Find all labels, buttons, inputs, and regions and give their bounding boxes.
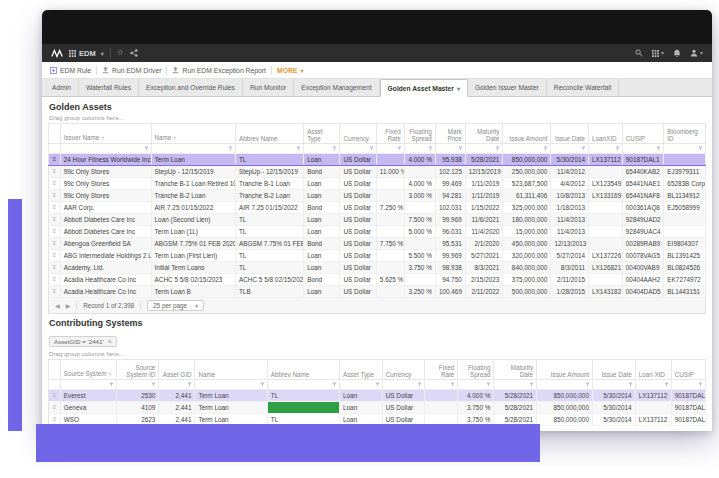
search-icon[interactable]: [635, 49, 643, 57]
column-header-bloomberg-id[interactable]: Bloomberg ID: [664, 124, 706, 144]
prev-page-button[interactable]: ◀: [55, 302, 60, 309]
column-header-loanxid[interactable]: LoanXID: [589, 124, 623, 144]
row-handle-icon[interactable]: ≡: [49, 402, 61, 414]
row-handle-icon[interactable]: ≡: [49, 238, 61, 250]
edm-rule-button[interactable]: EDM Rule: [50, 67, 91, 74]
star-icon[interactable]: ☆: [117, 49, 124, 57]
run-edm-driver-button[interactable]: Run EDM Driver: [102, 66, 161, 74]
row-handle-icon[interactable]: ≡: [49, 190, 61, 202]
tab-reconcile-waterfall[interactable]: Reconcile Waterfall: [547, 79, 619, 96]
column-header-issuer-name[interactable]: Issuer Name↑: [60, 124, 151, 144]
table-row[interactable]: ≡Everest25302,441Term LoanTLLoanUS Dolla…: [49, 390, 706, 402]
table-row[interactable]: ≡ABG Intermediate Holdings 2 LLCTerm Loa…: [49, 250, 706, 262]
row-handle-icon[interactable]: ≡: [49, 250, 61, 262]
table-row[interactable]: ≡Abbott Diabetes Care IncLoan (Second Li…: [49, 214, 706, 226]
column-header-currency[interactable]: Currency: [382, 360, 425, 380]
column-header-fixed-rate[interactable]: Fixed Rate: [376, 124, 404, 144]
table-row[interactable]: ≡Acadia Healthcare Co IncACHC 5 5/8 02/1…: [49, 274, 706, 286]
column-header-source-system-id[interactable]: Source System ID: [116, 360, 159, 380]
filter-icon[interactable]: [296, 146, 301, 151]
row-handle-icon[interactable]: ≡: [49, 262, 61, 274]
column-header-cusip[interactable]: CUSIP: [622, 124, 664, 144]
row-handle-icon[interactable]: ≡: [49, 274, 61, 286]
column-header-maturity-date[interactable]: Maturity Date: [494, 360, 537, 380]
filter-icon[interactable]: [187, 382, 192, 387]
row-handle-icon[interactable]: ≡: [49, 178, 61, 190]
column-header-issue-date[interactable]: Issue Date: [592, 360, 635, 380]
column-header-fixed-rate[interactable]: Fixed Rate: [425, 360, 458, 380]
table-row[interactable]: ≡24 Hour Fitness Worldwide IncTerm LoanT…: [49, 154, 706, 166]
filter-icon[interactable]: [543, 146, 548, 151]
share-icon[interactable]: [130, 49, 138, 57]
bell-icon[interactable]: [673, 49, 681, 57]
column-header-issue-amount[interactable]: Issue Amount: [503, 124, 551, 144]
column-header-asset-type[interactable]: Asset Type: [304, 124, 340, 144]
chip-close-icon[interactable]: ×: [108, 338, 112, 345]
filter-icon[interactable]: [664, 382, 669, 387]
next-page-button[interactable]: ▶: [66, 302, 71, 309]
row-handle-icon[interactable]: ≡: [49, 154, 61, 166]
filter-icon[interactable]: [144, 146, 149, 151]
filter-icon[interactable]: [332, 146, 337, 151]
table-row[interactable]: ≡99c Only StoresTranche B-2 LoanTranche …: [49, 190, 706, 202]
page-size-select[interactable]: 25 per page ▾: [147, 300, 204, 311]
table-row[interactable]: ≡Academy, Ltd.Initial Term LoansTLLoanUS…: [49, 262, 706, 274]
more-menu-button[interactable]: MORE ▾: [277, 67, 303, 74]
filter-icon[interactable]: [628, 382, 633, 387]
filter-icon[interactable]: [450, 382, 455, 387]
column-header-col[interactable]: [49, 360, 61, 380]
tab-exception-management[interactable]: Exception Management: [294, 79, 379, 96]
column-header-name[interactable]: Name: [195, 360, 267, 380]
row-handle-icon[interactable]: ≡: [49, 286, 61, 298]
row-handle-icon[interactable]: ≡: [49, 226, 61, 238]
filter-icon[interactable]: [397, 146, 402, 151]
column-header-maturity-date[interactable]: Maturity Date: [465, 124, 503, 144]
edm-app-menu[interactable]: EDM ▾: [69, 49, 104, 58]
table-row[interactable]: ≡Geneva41092,441Term LoanLoanUS Dollar3.…: [49, 402, 706, 414]
filter-icon[interactable]: [369, 146, 374, 151]
filter-icon[interactable]: [151, 382, 156, 387]
table-row[interactable]: ≡Abbott Diabetes Care IncTerm Loan (1L)T…: [49, 226, 706, 238]
app-launcher-icon[interactable]: ▾: [652, 50, 664, 57]
filter-icon[interactable]: [458, 146, 463, 151]
tab-waterfall-rules[interactable]: Waterfall Rules: [79, 79, 139, 96]
column-header-floating-spread[interactable]: Floating Spread: [404, 124, 435, 144]
filter-icon[interactable]: [615, 146, 620, 151]
column-header-loan-xid[interactable]: Loan XID: [635, 360, 671, 380]
column-header-col[interactable]: [49, 124, 61, 144]
filter-icon[interactable]: [698, 146, 703, 151]
column-header-issue-date[interactable]: Issue Date: [551, 124, 589, 144]
column-header-cusip[interactable]: CUSIP: [671, 360, 705, 380]
column-header-issue-amount[interactable]: Issue Amount: [537, 360, 593, 380]
table-row[interactable]: ≡Acadia Healthcare Co IncTerm Loan BTLBL…: [49, 286, 706, 298]
column-header-name[interactable]: Name↑: [151, 124, 235, 144]
table-row[interactable]: ≡99c Only StoresStepUp - 12/15/2019StepU…: [49, 166, 706, 178]
filter-chip[interactable]: AssetGID = '2441' ×: [49, 336, 117, 347]
column-header-source-system[interactable]: Source System↑: [60, 360, 116, 380]
column-header-asset-type[interactable]: Asset Type: [340, 360, 383, 380]
row-handle-icon[interactable]: ≡: [49, 390, 61, 402]
filter-icon[interactable]: [495, 146, 500, 151]
tab-exception-and-override-rules[interactable]: Exception and Override Rules: [139, 79, 243, 96]
filter-icon[interactable]: [486, 382, 491, 387]
row-handle-icon[interactable]: ≡: [49, 214, 61, 226]
column-header-asset-gid[interactable]: Asset GID: [159, 360, 195, 380]
table-row[interactable]: ≡99c Only StoresTranche B-1 Loan Retired…: [49, 178, 706, 190]
filter-icon[interactable]: [698, 382, 703, 387]
table-row[interactable]: ≡Abengoa Greenfield SAABGSM 7.75% 01 FEB…: [49, 238, 706, 250]
tab-golden-asset-master[interactable]: Golden Asset Master▾: [380, 79, 468, 97]
row-handle-icon[interactable]: ≡: [49, 202, 61, 214]
column-header-abbrev-name[interactable]: Abbrev Name: [267, 360, 339, 380]
filter-icon[interactable]: [585, 382, 590, 387]
filter-icon[interactable]: [428, 146, 433, 151]
filter-icon[interactable]: [529, 382, 534, 387]
filter-icon[interactable]: [581, 146, 586, 151]
run-edm-exception-report-button[interactable]: Run EDM Exception Report: [172, 66, 266, 74]
row-handle-icon[interactable]: ≡: [49, 166, 61, 178]
column-header-currency[interactable]: Currency: [340, 124, 376, 144]
filter-icon[interactable]: [375, 382, 380, 387]
tab-golden-issuer-master[interactable]: Golden Issuer Master: [468, 79, 547, 96]
column-header-mark-price[interactable]: Mark Price: [435, 124, 465, 144]
filter-icon[interactable]: [109, 382, 114, 387]
column-header-floating-spread[interactable]: Floating Spread: [458, 360, 494, 380]
